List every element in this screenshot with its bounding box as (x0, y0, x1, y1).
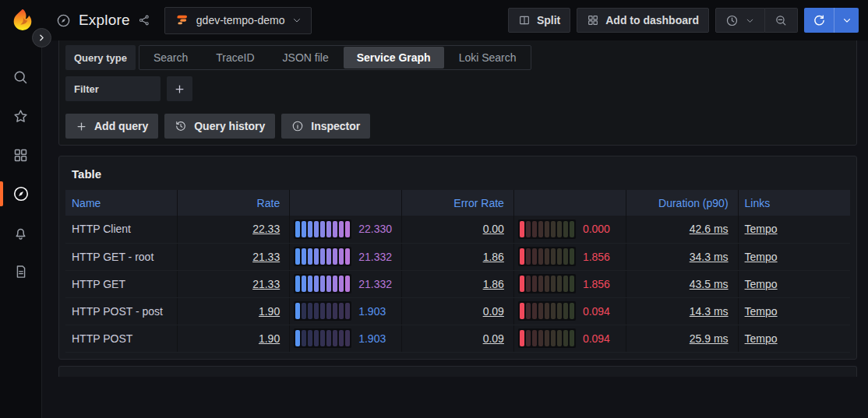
gauge-cell (520, 248, 524, 265)
sidebar-item-dashboards[interactable] (0, 146, 42, 163)
error-gauge-wrap: 0.094 (518, 328, 625, 348)
gauge-cell (326, 221, 331, 237)
gauge-cell (326, 303, 331, 319)
gauge-cell (295, 330, 300, 346)
tab-service-graph[interactable]: Service Graph (344, 47, 444, 68)
run-query-interval-dropdown[interactable] (834, 8, 859, 33)
gauge-cell (557, 330, 562, 346)
run-query-controls (804, 8, 859, 33)
time-picker-button[interactable] (715, 8, 765, 33)
rate-link[interactable]: 21.33 (252, 278, 280, 290)
sidebar-expand-button[interactable] (32, 28, 51, 47)
column-header-name[interactable]: Name (65, 190, 178, 216)
error-rate-link[interactable]: 0.09 (483, 332, 504, 345)
rate-link[interactable]: 21.33 (252, 251, 280, 263)
split-button[interactable]: Split (508, 8, 570, 33)
gauge-cell (333, 221, 337, 237)
add-to-dashboard-button[interactable]: Add to dashboard (577, 8, 709, 33)
service-graph-table: NameRateError RateDuration (p90)Links HT… (65, 190, 850, 353)
share-icon[interactable] (138, 14, 150, 26)
duration-link[interactable]: 14.3 ms (690, 305, 729, 318)
run-query-button[interactable] (804, 8, 834, 33)
cell-links: Tempo (738, 297, 850, 325)
query-history-button[interactable]: Query history (164, 114, 275, 139)
duration-link[interactable]: 25.9 ms (690, 332, 729, 345)
next-panel-edge (58, 366, 857, 377)
table-header-row: NameRateError RateDuration (p90)Links (65, 190, 850, 216)
gauge-cell (526, 330, 531, 346)
column-header-links[interactable]: Links (738, 190, 850, 216)
cell-error-rate: 0.00 (402, 216, 514, 243)
rate-gauge-wrap: 22.330 (294, 220, 400, 239)
rate-link[interactable]: 1.90 (259, 305, 280, 318)
sidebar-item-favorites[interactable] (0, 107, 42, 125)
error-rate-link[interactable]: 0.09 (483, 305, 504, 318)
add-filter-button[interactable] (167, 76, 192, 101)
tab-traceid[interactable]: TraceID (203, 47, 267, 68)
sidebar-item-explore[interactable] (0, 185, 42, 202)
explore-compass-icon (56, 13, 71, 28)
duration-link[interactable]: 43.5 ms (690, 278, 729, 290)
dashboards-grid-icon (12, 147, 29, 163)
tab-json-file[interactable]: JSON file (270, 47, 342, 68)
rate-gauge-wrap: 21.332 (294, 247, 400, 266)
column-header-gauge[interactable] (513, 190, 626, 216)
rate-link[interactable]: 1.90 (259, 332, 280, 345)
duration-link[interactable]: 42.6 ms (690, 223, 729, 235)
error-rate-link[interactable]: 0.00 (483, 223, 504, 235)
tab-loki-search[interactable]: Loki Search (446, 47, 530, 68)
cell-duration: 34.3 ms (626, 243, 738, 270)
cell-name: HTTP GET (65, 270, 178, 297)
gauge-cell (570, 221, 574, 237)
gauge-cell (551, 330, 556, 346)
gauge-cell (308, 330, 312, 346)
zoom-out-time-button[interactable] (765, 8, 798, 33)
grafana-logo-icon[interactable] (9, 7, 36, 33)
tempo-link[interactable]: Tempo (745, 278, 778, 290)
rate-link[interactable]: 22.33 (252, 223, 280, 235)
tab-search[interactable]: Search (140, 47, 201, 68)
chevron-down-icon (842, 15, 852, 26)
tempo-link[interactable]: Tempo (745, 332, 778, 345)
gauge-cell (308, 303, 312, 319)
datasource-picker[interactable]: gdev-tempo-demo (164, 7, 312, 34)
search-icon (12, 69, 29, 86)
gauge-cell (520, 330, 524, 346)
column-header-error-rate[interactable]: Error Rate (402, 190, 514, 216)
error-rate-link[interactable]: 1.86 (483, 251, 504, 263)
error-gauge-value: 1.856 (583, 251, 610, 263)
gauge-cell (570, 303, 574, 319)
tempo-link[interactable]: Tempo (745, 305, 778, 318)
duration-link[interactable]: 34.3 ms (690, 251, 729, 263)
error-gauge-wrap: 0.000 (518, 220, 625, 239)
plus-icon (76, 121, 87, 132)
tempo-link[interactable]: Tempo (745, 223, 778, 235)
sidebar-item-alerting[interactable] (0, 224, 42, 241)
sidebar (0, 40, 42, 418)
dashboard-grid-icon (587, 14, 599, 26)
sidebar-item-docs[interactable] (0, 263, 42, 280)
cell-error-gauge: 0.000 (513, 216, 626, 243)
gauge-cell (532, 221, 537, 237)
add-query-button[interactable]: Add query (65, 114, 158, 139)
gauge-cell (308, 221, 312, 237)
column-header-duration-p90[interactable]: Duration (p90) (626, 190, 738, 216)
gauge-cell (333, 303, 337, 319)
gauge-cell (570, 248, 574, 265)
gauge-cell (302, 221, 306, 237)
info-circle-icon (291, 120, 304, 132)
cell-rate-gauge: 21.332 (290, 270, 402, 297)
panel-title: Table (65, 156, 850, 190)
cell-rate: 21.33 (178, 270, 290, 297)
inspector-button[interactable]: Inspector (281, 114, 370, 139)
sidebar-item-search[interactable] (0, 68, 42, 86)
tempo-link[interactable]: Tempo (745, 251, 778, 263)
error-rate-link[interactable]: 1.86 (483, 278, 504, 290)
cell-rate: 22.33 (178, 216, 290, 243)
alerting-bell-icon (12, 225, 29, 241)
column-header-gauge[interactable] (290, 190, 402, 216)
top-navigation: Explore gdev-tempo-demo (0, 0, 868, 40)
column-header-rate[interactable]: Rate (178, 190, 290, 216)
gauge-cell (563, 221, 568, 237)
error-gauge-value: 1.856 (583, 278, 610, 290)
